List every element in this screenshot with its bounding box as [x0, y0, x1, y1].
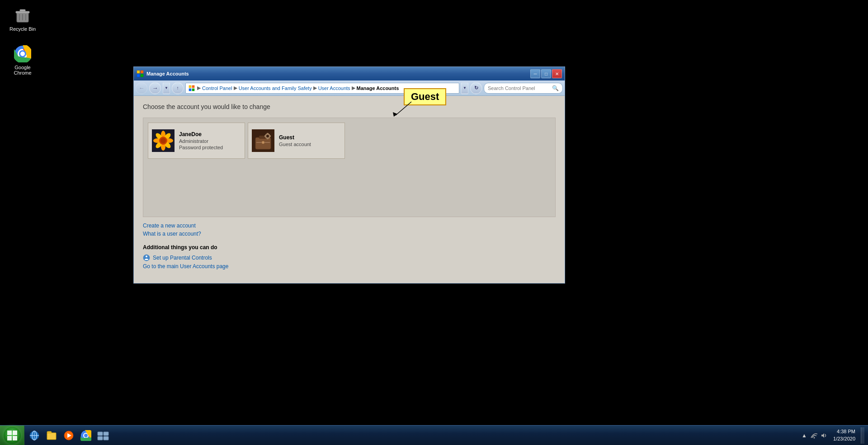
parental-controls-icon	[143, 254, 150, 261]
guest-annotation-box: Guest	[404, 88, 446, 105]
up-button[interactable]: ↑	[172, 82, 184, 94]
svg-rect-39	[269, 135, 271, 137]
explorer-icon	[46, 430, 57, 441]
account-card-guest[interactable]: Guest Guest account	[248, 123, 345, 159]
additional-title: Additional things you can do	[143, 244, 556, 251]
address-dropdown-button[interactable]: ▼	[461, 82, 468, 94]
svg-rect-17	[192, 89, 194, 91]
what-is-account-link[interactable]: What is a user account?	[143, 231, 556, 237]
control-panel-window: Manage Accounts ─ □ ✕ ← → ▼ ↑	[133, 66, 565, 284]
janedoe-info: JaneDoe Administrator Password protected	[179, 131, 223, 150]
back-button[interactable]: ←	[136, 82, 147, 94]
refresh-button[interactable]: ↻	[470, 82, 482, 94]
main-user-accounts-link[interactable]: Go to the main User Accounts page	[143, 263, 228, 270]
accounts-grid: JaneDoe Administrator Password protected	[143, 118, 556, 217]
page-title: Choose the account you would like to cha…	[143, 103, 556, 110]
volume-speaker-icon	[821, 432, 827, 439]
volume-icon[interactable]	[821, 432, 828, 439]
windows-logo-icon	[7, 430, 18, 441]
ie-icon	[29, 430, 40, 441]
svg-rect-14	[189, 85, 191, 88]
breadcrumb-arrow-4: ▶	[352, 85, 355, 91]
janedoe-avatar	[152, 129, 175, 152]
minimize-button[interactable]: ─	[530, 69, 540, 78]
svg-rect-58	[98, 432, 103, 436]
svg-rect-2	[20, 9, 25, 11]
window-titlebar: Manage Accounts ─ □ ✕	[134, 67, 565, 80]
taskbar-player-button[interactable]	[61, 427, 77, 444]
account-card-janedoe[interactable]: JaneDoe Administrator Password protected	[148, 123, 245, 159]
desktop-icon-recycle-bin[interactable]: Recycle Bin	[5, 5, 41, 33]
chrome-label: Google Chrome	[6, 65, 39, 76]
svg-point-62	[814, 437, 815, 438]
close-button[interactable]: ✕	[552, 69, 562, 78]
taskbar-chrome-button[interactable]	[78, 427, 94, 444]
search-input[interactable]	[488, 85, 550, 91]
parental-controls-item: Set up Parental Controls	[143, 254, 556, 261]
guest-info: Guest Guest account	[279, 134, 311, 147]
search-box[interactable]: 🔍	[484, 83, 563, 94]
svg-rect-44	[7, 431, 12, 435]
recycle-bin-icon	[14, 6, 32, 24]
start-button[interactable]	[0, 426, 24, 445]
main-panel: Choose the account you would like to cha…	[134, 96, 565, 283]
svg-point-9	[20, 52, 25, 56]
breadcrumb-computer[interactable]	[189, 85, 196, 91]
svg-point-57	[84, 434, 88, 437]
svg-marker-63	[821, 433, 824, 438]
taskbar-clock[interactable]: 4:38 PM 1/23/2020	[830, 428, 858, 442]
svg-point-33	[262, 141, 264, 144]
network-status-icon	[811, 432, 818, 439]
breadcrumb-user-accounts-family[interactable]: User Accounts and Family Safety	[239, 85, 312, 91]
desktop: Recycle Bin Google Chrome	[0, 0, 868, 445]
recent-pages-button[interactable]: ▼	[163, 82, 170, 94]
svg-rect-47	[13, 436, 17, 440]
janedoe-detail: Password protected	[179, 145, 223, 150]
svg-rect-60	[98, 436, 103, 440]
main-user-accounts-item: Go to the main User Accounts page	[143, 263, 556, 270]
svg-point-35	[266, 135, 269, 137]
svg-rect-15	[192, 85, 194, 88]
recycle-bin-label: Recycle Bin	[9, 26, 36, 32]
navigation-bar: ← → ▼ ↑ ▶ Control Panel ▶ User Accounts …	[134, 80, 565, 96]
breadcrumb-manage-accounts[interactable]: Manage Accounts	[357, 85, 399, 91]
desktop-icon-chrome[interactable]: Google Chrome	[5, 43, 41, 77]
svg-rect-16	[189, 89, 191, 91]
svg-rect-1	[16, 11, 29, 13]
media-player-icon	[63, 430, 74, 441]
clock-date: 1/23/2020	[833, 436, 855, 442]
task-switcher-icon	[97, 430, 109, 441]
chrome-icon	[14, 45, 32, 63]
show-desktop-button[interactable]	[861, 427, 864, 444]
guest-type: Guest account	[279, 142, 311, 147]
links-section: Create a new account What is a user acco…	[143, 222, 556, 237]
guest-name: Guest	[279, 134, 311, 141]
forward-button[interactable]: →	[149, 82, 161, 94]
search-icon: 🔍	[552, 85, 559, 91]
window-icon	[137, 70, 144, 77]
svg-rect-46	[7, 436, 12, 440]
taskbar-tray: ▲ 4:38 PM 1/23/2020	[797, 426, 868, 445]
taskbar-ie-button[interactable]	[26, 427, 42, 444]
clock-time: 4:38 PM	[833, 428, 855, 435]
window-content: Choose the account you would like to cha…	[134, 96, 565, 283]
svg-rect-36	[267, 133, 269, 135]
svg-rect-13	[141, 74, 143, 77]
breadcrumb-control-panel[interactable]: Control Panel	[202, 85, 232, 91]
janedoe-name: JaneDoe	[179, 131, 223, 137]
janedoe-type: Administrator	[179, 138, 223, 144]
additional-section: Additional things you can do Set up Pare…	[143, 244, 556, 270]
guest-avatar	[252, 129, 274, 152]
maximize-button[interactable]: □	[541, 69, 551, 78]
taskbar-items	[24, 426, 797, 445]
parental-controls-link[interactable]: Set up Parental Controls	[153, 255, 212, 261]
window-controls: ─ □ ✕	[530, 69, 562, 78]
svg-point-28	[160, 138, 166, 143]
taskbar-explorer-button[interactable]	[43, 427, 60, 444]
tray-icon-1[interactable]: ▲	[801, 432, 808, 439]
breadcrumb-user-accounts[interactable]: User Accounts	[318, 85, 350, 91]
taskbar-switcher-button[interactable]	[95, 427, 111, 444]
svg-rect-37	[267, 137, 269, 139]
network-icon[interactable]	[811, 432, 818, 439]
create-account-link[interactable]: Create a new account	[143, 222, 556, 229]
